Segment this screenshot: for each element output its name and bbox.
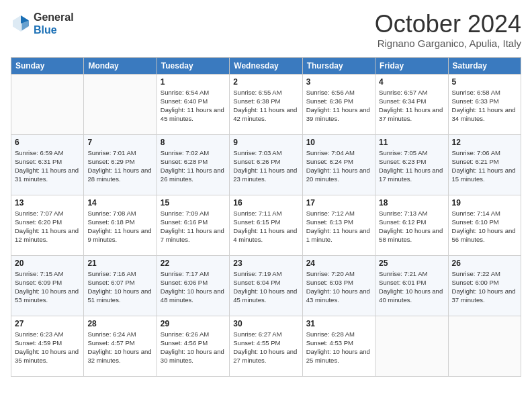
day-info: Sunrise: 6:57 AMSunset: 6:34 PMDaylight:…: [379, 88, 444, 124]
day-info: Sunrise: 7:04 AMSunset: 6:24 PMDaylight:…: [306, 148, 371, 184]
day-info: Sunrise: 7:08 AMSunset: 6:18 PMDaylight:…: [87, 209, 152, 244]
day-number: 1: [161, 77, 226, 87]
day-number: 7: [87, 138, 152, 147]
calendar-body: 1Sunrise: 6:54 AMSunset: 6:40 PMDaylight…: [11, 74, 521, 376]
weekday-row: Sunday Monday Tuesday Wednesday Thursday…: [11, 57, 521, 74]
calendar-cell: [84, 74, 157, 134]
page-header: General Blue October 2024 Rignano Gargan…: [11, 11, 521, 49]
logo-blue: Blue: [34, 24, 57, 36]
day-info: Sunrise: 7:15 AMSunset: 6:09 PMDaylight:…: [15, 269, 80, 305]
calendar-cell: 29Sunrise: 6:26 AMSunset: 4:56 PMDayligh…: [157, 316, 229, 376]
day-number: 27: [15, 319, 80, 328]
day-info: Sunrise: 7:16 AMSunset: 6:07 PMDaylight:…: [87, 269, 152, 305]
day-info: Sunrise: 7:07 AMSunset: 6:20 PMDaylight:…: [15, 209, 80, 244]
calendar-cell: 6Sunrise: 6:59 AMSunset: 6:31 PMDaylight…: [11, 134, 84, 195]
calendar-cell: 4Sunrise: 6:57 AMSunset: 6:34 PMDaylight…: [375, 74, 448, 134]
day-number: 19: [452, 198, 517, 208]
col-thursday: Thursday: [302, 57, 375, 74]
day-info: Sunrise: 6:27 AMSunset: 4:55 PMDaylight:…: [233, 330, 298, 365]
day-number: 26: [452, 259, 517, 268]
calendar-cell: 2Sunrise: 6:55 AMSunset: 6:38 PMDaylight…: [230, 74, 302, 134]
week-row-2: 6Sunrise: 6:59 AMSunset: 6:31 PMDaylight…: [11, 134, 521, 195]
day-number: 9: [233, 138, 298, 147]
calendar-cell: 14Sunrise: 7:08 AMSunset: 6:18 PMDayligh…: [84, 195, 157, 255]
col-tuesday: Tuesday: [157, 57, 229, 74]
day-info: Sunrise: 7:12 AMSunset: 6:13 PMDaylight:…: [306, 209, 371, 244]
calendar-cell: 23Sunrise: 7:19 AMSunset: 6:04 PMDayligh…: [230, 255, 302, 316]
day-number: 24: [306, 259, 371, 268]
day-number: 6: [15, 138, 80, 147]
day-number: 22: [161, 259, 226, 268]
day-info: Sunrise: 7:22 AMSunset: 6:00 PMDaylight:…: [452, 269, 517, 305]
calendar-cell: 16Sunrise: 7:11 AMSunset: 6:15 PMDayligh…: [230, 195, 302, 255]
day-info: Sunrise: 7:19 AMSunset: 6:04 PMDaylight:…: [233, 269, 298, 305]
day-number: 15: [161, 198, 226, 208]
col-sunday: Sunday: [11, 57, 84, 74]
day-number: 21: [87, 259, 152, 268]
calendar-cell: 25Sunrise: 7:21 AMSunset: 6:01 PMDayligh…: [375, 255, 448, 316]
calendar-cell: 17Sunrise: 7:12 AMSunset: 6:13 PMDayligh…: [302, 195, 375, 255]
day-number: 31: [306, 319, 371, 328]
calendar-cell: 15Sunrise: 7:09 AMSunset: 6:16 PMDayligh…: [157, 195, 229, 255]
day-info: Sunrise: 6:28 AMSunset: 4:53 PMDaylight:…: [306, 330, 371, 365]
logo-general: General: [34, 11, 74, 23]
calendar-cell: 9Sunrise: 7:03 AMSunset: 6:26 PMDaylight…: [230, 134, 302, 195]
day-number: 5: [452, 77, 517, 87]
calendar-header: Sunday Monday Tuesday Wednesday Thursday…: [11, 57, 521, 74]
day-number: 4: [379, 77, 444, 87]
day-info: Sunrise: 7:21 AMSunset: 6:01 PMDaylight:…: [379, 269, 444, 305]
calendar-cell: 24Sunrise: 7:20 AMSunset: 6:03 PMDayligh…: [302, 255, 375, 316]
day-number: 25: [379, 259, 444, 268]
day-info: Sunrise: 6:24 AMSunset: 4:57 PMDaylight:…: [87, 330, 152, 365]
calendar-cell: [11, 74, 84, 134]
day-info: Sunrise: 7:01 AMSunset: 6:29 PMDaylight:…: [87, 148, 152, 184]
col-wednesday: Wednesday: [230, 57, 302, 74]
day-number: 11: [379, 138, 444, 147]
day-info: Sunrise: 7:02 AMSunset: 6:28 PMDaylight:…: [161, 148, 226, 184]
calendar-cell: 26Sunrise: 7:22 AMSunset: 6:00 PMDayligh…: [448, 255, 521, 316]
day-number: 12: [452, 138, 517, 147]
calendar-cell: 12Sunrise: 7:06 AMSunset: 6:21 PMDayligh…: [448, 134, 521, 195]
week-row-5: 27Sunrise: 6:23 AMSunset: 4:59 PMDayligh…: [11, 316, 521, 376]
day-info: Sunrise: 6:55 AMSunset: 6:38 PMDaylight:…: [233, 88, 298, 124]
day-number: 17: [306, 198, 371, 208]
calendar-cell: 13Sunrise: 7:07 AMSunset: 6:20 PMDayligh…: [11, 195, 84, 255]
day-number: 28: [87, 319, 152, 328]
logo-text: General Blue: [34, 11, 74, 36]
day-info: Sunrise: 6:58 AMSunset: 6:33 PMDaylight:…: [452, 88, 517, 124]
week-row-3: 13Sunrise: 7:07 AMSunset: 6:20 PMDayligh…: [11, 195, 521, 255]
day-info: Sunrise: 7:11 AMSunset: 6:15 PMDaylight:…: [233, 209, 298, 244]
day-info: Sunrise: 7:17 AMSunset: 6:06 PMDaylight:…: [161, 269, 226, 305]
day-number: 23: [233, 259, 298, 268]
day-number: 30: [233, 319, 298, 328]
calendar-cell: [375, 316, 448, 376]
day-info: Sunrise: 7:03 AMSunset: 6:26 PMDaylight:…: [233, 148, 298, 184]
day-info: Sunrise: 6:56 AMSunset: 6:36 PMDaylight:…: [306, 88, 371, 124]
day-info: Sunrise: 6:54 AMSunset: 6:40 PMDaylight:…: [161, 88, 226, 124]
calendar-cell: 22Sunrise: 7:17 AMSunset: 6:06 PMDayligh…: [157, 255, 229, 316]
calendar-cell: 18Sunrise: 7:13 AMSunset: 6:12 PMDayligh…: [375, 195, 448, 255]
calendar-cell: 7Sunrise: 7:01 AMSunset: 6:29 PMDaylight…: [84, 134, 157, 195]
location-subtitle: Rignano Garganico, Apulia, Italy: [375, 38, 521, 49]
day-info: Sunrise: 7:13 AMSunset: 6:12 PMDaylight:…: [379, 209, 444, 244]
day-number: 29: [161, 319, 226, 328]
calendar-table: Sunday Monday Tuesday Wednesday Thursday…: [11, 57, 521, 377]
calendar-cell: 3Sunrise: 6:56 AMSunset: 6:36 PMDaylight…: [302, 74, 375, 134]
title-block: October 2024 Rignano Garganico, Apulia, …: [375, 11, 521, 49]
calendar-cell: 21Sunrise: 7:16 AMSunset: 6:07 PMDayligh…: [84, 255, 157, 316]
day-number: 14: [87, 198, 152, 208]
day-number: 10: [306, 138, 371, 147]
day-info: Sunrise: 7:06 AMSunset: 6:21 PMDaylight:…: [452, 148, 517, 184]
col-saturday: Saturday: [448, 57, 521, 74]
day-number: 3: [306, 77, 371, 87]
logo: General Blue: [11, 11, 74, 36]
calendar-cell: 20Sunrise: 7:15 AMSunset: 6:09 PMDayligh…: [11, 255, 84, 316]
col-friday: Friday: [375, 57, 448, 74]
day-number: 20: [15, 259, 80, 268]
calendar-cell: 5Sunrise: 6:58 AMSunset: 6:33 PMDaylight…: [448, 74, 521, 134]
day-info: Sunrise: 6:26 AMSunset: 4:56 PMDaylight:…: [161, 330, 226, 365]
week-row-1: 1Sunrise: 6:54 AMSunset: 6:40 PMDaylight…: [11, 74, 521, 134]
day-number: 8: [161, 138, 226, 147]
calendar-cell: 19Sunrise: 7:14 AMSunset: 6:10 PMDayligh…: [448, 195, 521, 255]
calendar-cell: 30Sunrise: 6:27 AMSunset: 4:55 PMDayligh…: [230, 316, 302, 376]
